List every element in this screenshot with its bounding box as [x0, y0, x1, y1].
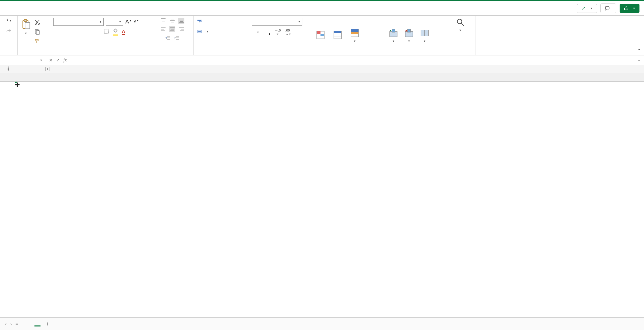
number-group: ▼ ▼ , ←.0.00 .00→.0: [249, 16, 312, 55]
clipboard-group-label: [21, 53, 47, 54]
decrease-decimal-button[interactable]: .00→.0: [285, 28, 291, 36]
svg-rect-36: [320, 34, 324, 36]
increase-decimal-button[interactable]: ←.0.00: [275, 28, 281, 36]
next-sheet-button[interactable]: ›: [10, 321, 12, 327]
wrap-text-button[interactable]: [197, 18, 204, 23]
outline-levels[interactable]: 12: [0, 66, 15, 72]
align-right-icon[interactable]: [178, 26, 184, 32]
format-cells-button[interactable]: ▼: [419, 28, 430, 43]
align-top-icon[interactable]: [160, 18, 166, 24]
svg-rect-47: [408, 29, 411, 32]
comment-icon: [605, 6, 610, 11]
cell-cursor-icon: ✚: [15, 82, 20, 88]
styles-group: ▼: [312, 16, 385, 55]
sheet-tab-bar: ‹ › ≡ +: [0, 317, 644, 330]
column-headers: [15, 73, 644, 82]
all-sheets-button[interactable]: ≡: [15, 321, 18, 327]
chevron-down-icon: ▼: [40, 59, 43, 62]
undo-group-label: [3, 53, 14, 54]
paste-button[interactable]: ▼: [21, 19, 31, 35]
top-right-controls: ▼ ▼: [577, 4, 639, 13]
outline-expand-button[interactable]: +: [45, 67, 50, 71]
collapse-ribbon-icon[interactable]: ⌃: [637, 48, 641, 54]
styles-group-label: [315, 53, 382, 54]
comments-button[interactable]: [600, 4, 616, 13]
fx-icon[interactable]: fx: [63, 57, 67, 63]
redo-icon[interactable]: [5, 28, 12, 34]
align-middle-icon[interactable]: [169, 18, 175, 24]
expand-formula-bar-icon[interactable]: ⌄: [634, 58, 644, 62]
undo-icon[interactable]: [5, 18, 12, 24]
sheet-tab-db[interactable]: [23, 322, 29, 326]
merge-centre-button[interactable]: ▼: [197, 29, 209, 34]
accept-formula-icon[interactable]: ✓: [56, 57, 60, 63]
sheet-tab-report[interactable]: [34, 321, 41, 326]
svg-rect-35: [317, 31, 320, 34]
fill-color-button[interactable]: [113, 28, 118, 36]
conditional-formatting-icon: [315, 30, 326, 40]
borders-button[interactable]: [104, 28, 109, 35]
increase-font-icon[interactable]: A▲: [125, 18, 132, 25]
pencil-icon: [581, 6, 586, 11]
undo-group: [0, 16, 18, 55]
increase-indent-icon[interactable]: [174, 35, 180, 41]
number-group-label: [252, 53, 309, 54]
wrap-merge-group: ▼: [194, 16, 249, 55]
delete-cells-button[interactable]: ▼: [404, 28, 415, 43]
editing-dropdown-button[interactable]: ▼: [455, 18, 466, 32]
mode-editing-button[interactable]: ▼: [577, 4, 597, 13]
font-color-button[interactable]: A: [122, 29, 125, 35]
chevron-down-icon: ▼: [459, 29, 462, 32]
chevron-down-icon: ▼: [392, 40, 395, 43]
grid[interactable]: ✚: [0, 73, 644, 317]
format-as-table-icon: [332, 30, 343, 40]
cells-group: ▼ ▼ ▼: [385, 16, 445, 55]
wrap-text-icon: [197, 18, 202, 23]
svg-rect-2: [24, 20, 27, 21]
share-button[interactable]: ▼: [620, 4, 639, 13]
insert-cells-icon: [388, 28, 399, 38]
find-icon: [455, 18, 466, 27]
prev-sheet-button[interactable]: ‹: [5, 321, 7, 327]
alignment-group-label: [197, 53, 246, 54]
chevron-down-icon: ▼: [423, 40, 426, 43]
font-group-label: [53, 53, 148, 54]
cell-styles-button[interactable]: ▼: [349, 28, 360, 43]
format-painter-icon[interactable]: [34, 38, 40, 44]
app-root: ▼ ▼: [0, 0, 644, 330]
svg-rect-45: [392, 29, 395, 32]
font-name-select[interactable]: ▼: [53, 18, 104, 26]
format-as-table-button[interactable]: [332, 30, 343, 41]
align-left-icon[interactable]: [160, 26, 166, 32]
cancel-formula-icon[interactable]: ✕: [49, 57, 53, 63]
name-box[interactable]: ▼: [0, 55, 45, 65]
font-size-select[interactable]: ▼: [106, 18, 123, 26]
insert-cells-button[interactable]: ▼: [388, 28, 399, 43]
align-bottom-icon[interactable]: [178, 18, 184, 24]
chevron-down-icon: ▼: [206, 30, 209, 33]
format-cells-icon: [419, 28, 430, 38]
decrease-font-icon[interactable]: A▼: [134, 19, 139, 24]
number-format-select[interactable]: ▼: [252, 18, 302, 26]
selection-box: [15, 82, 17, 83]
chevron-down-icon: ▼: [257, 31, 259, 34]
svg-rect-3: [25, 23, 30, 29]
copy-icon[interactable]: [34, 29, 40, 35]
cut-icon[interactable]: [34, 19, 40, 25]
cells-group-label: [388, 53, 442, 54]
select-all-corner[interactable]: [0, 73, 15, 82]
add-sheet-button[interactable]: +: [46, 320, 49, 327]
chevron-down-icon: ▼: [25, 32, 27, 35]
svg-rect-43: [351, 32, 358, 34]
conditional-formatting-button[interactable]: [315, 30, 326, 41]
decrease-indent-icon[interactable]: [165, 35, 171, 41]
chevron-down-icon: ▼: [408, 40, 411, 43]
ribbon: ▼ ▼ ▼ A▲ A▼: [0, 16, 644, 55]
svg-rect-7: [36, 31, 39, 34]
comma-button[interactable]: ,: [268, 28, 270, 36]
clipboard-icon: [21, 19, 31, 30]
align-center-icon[interactable]: [169, 26, 175, 32]
formula-input[interactable]: [70, 55, 634, 65]
formula-bar: ▼ ✕ ✓ fx ⌄: [0, 55, 644, 65]
svg-rect-38: [334, 31, 341, 33]
